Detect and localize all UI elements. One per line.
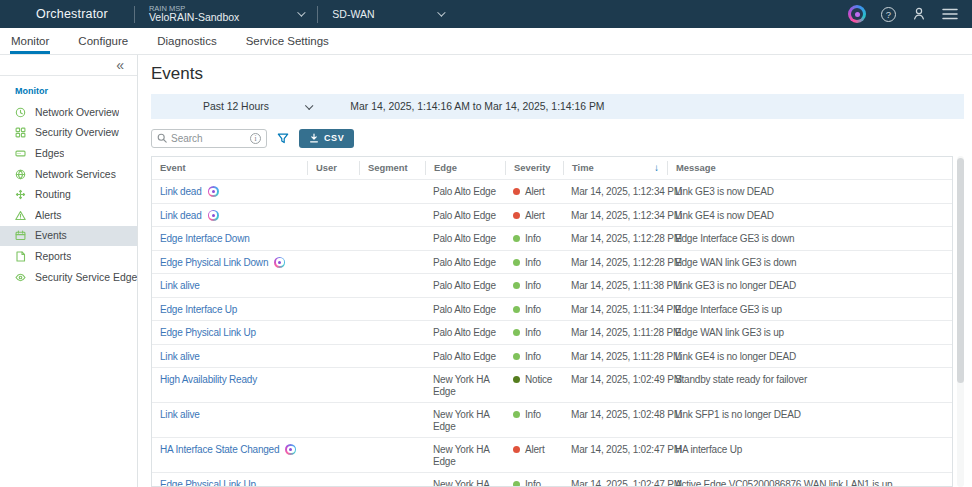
severity-dot: [513, 353, 520, 360]
edge-cell: Palo Alto Edge: [425, 180, 505, 203]
sidebar-item-label: Events: [35, 230, 67, 241]
orchestrator-app: Orchestrator RAIN MSP VeloRAIN-Sandbox S…: [0, 0, 972, 487]
table-row[interactable]: High Availability ReadyNew York HA EdgeN…: [152, 367, 952, 402]
table-row[interactable]: Edge Physical Link UpNew York HA EdgeInf…: [152, 472, 952, 487]
event-link[interactable]: Edge Physical Link Up: [160, 327, 256, 339]
table-row[interactable]: Edge Physical Link UpPalo Alto EdgeInfoM…: [152, 320, 952, 344]
table-row[interactable]: Edge Interface DownPalo Alto EdgeInfoMar…: [152, 226, 952, 250]
menu-icon[interactable]: [942, 8, 958, 20]
segment-cell: [359, 368, 425, 402]
service-selector[interactable]: SD-WAN: [332, 8, 442, 20]
filter-funnel-icon[interactable]: [277, 133, 289, 144]
event-link[interactable]: Link dead: [160, 210, 202, 222]
chevron-down-icon[interactable]: [305, 101, 313, 109]
sidebar-item-network-services[interactable]: Network Services: [0, 164, 137, 185]
table-row[interactable]: Link deadPalo Alto EdgeAlertMar 14, 2025…: [152, 179, 952, 203]
sidebar-item-routing[interactable]: Routing: [0, 184, 137, 205]
tab-monitor[interactable]: Monitor: [10, 28, 50, 54]
ai-insight-icon[interactable]: [285, 444, 296, 455]
event-link[interactable]: Edge Physical Link Down: [160, 257, 268, 269]
event-link[interactable]: HA Interface State Changed: [160, 444, 279, 456]
sidebar-item-alerts[interactable]: Alerts: [0, 205, 137, 226]
message-cell: Link GE3 is now DEAD: [667, 180, 952, 203]
severity-label: Info: [525, 304, 541, 316]
column-header-event[interactable]: Event: [152, 161, 307, 175]
help-icon[interactable]: ?: [881, 7, 896, 22]
edge-cell: Palo Alto Edge: [425, 227, 505, 250]
column-header-edge[interactable]: Edge: [425, 161, 505, 175]
enterprise-selector[interactable]: RAIN MSP VeloRAIN-Sandbox: [149, 5, 303, 24]
table-row[interactable]: Link alivePalo Alto EdgeInfoMar 14, 2025…: [152, 273, 952, 297]
message-cell: Edge Interface GE3 is up: [667, 298, 952, 321]
tab-service-settings[interactable]: Service Settings: [245, 28, 330, 54]
event-cell: HA Interface State Changed: [152, 438, 307, 472]
message-cell: Link SFP1 is no longer DEAD: [667, 403, 952, 437]
event-link[interactable]: Link alive: [160, 409, 200, 421]
sidebar-item-events[interactable]: Events: [0, 226, 137, 247]
search-input[interactable]: [171, 133, 250, 144]
tab-diagnostics[interactable]: Diagnostics: [156, 28, 217, 54]
severity-label: Info: [525, 479, 541, 487]
sidebar-item-security-overview[interactable]: Security Overview: [0, 123, 137, 144]
sort-descending-icon[interactable]: ↓: [654, 161, 659, 175]
column-header-segment[interactable]: Segment: [359, 161, 425, 175]
time-range-dropdown[interactable]: Past 12 Hours: [203, 101, 269, 112]
column-header-time[interactable]: Time↓: [563, 161, 667, 175]
search-info-icon[interactable]: i: [250, 133, 261, 144]
search-box[interactable]: i: [151, 129, 267, 148]
column-header-label: Severity: [514, 161, 550, 175]
event-cell: Edge Interface Up: [152, 298, 307, 321]
edge-cell: Palo Alto Edge: [425, 204, 505, 227]
table-scrollbar[interactable]: [957, 156, 964, 487]
table-row[interactable]: Edge Physical Link DownPalo Alto EdgeInf…: [152, 250, 952, 274]
ai-assistant-icon[interactable]: [848, 5, 866, 23]
sidebar-item-label: Edges: [35, 148, 64, 159]
table-row[interactable]: Link alivePalo Alto EdgeInfoMar 14, 2025…: [152, 344, 952, 368]
ai-insight-icon[interactable]: [208, 210, 219, 221]
service-name: SD-WAN: [332, 8, 374, 20]
table-row[interactable]: Link aliveNew York HA EdgeInfoMar 14, 20…: [152, 402, 952, 437]
severity-label: Notice: [525, 374, 552, 386]
column-header-message[interactable]: Message: [667, 161, 952, 175]
table-row[interactable]: Edge Interface UpPalo Alto EdgeInfoMar 1…: [152, 297, 952, 321]
time-cell: Mar 14, 2025, 1:12:34 PM: [563, 204, 667, 227]
brand-title: Orchestrator: [36, 7, 108, 21]
event-cell: Link dead: [152, 180, 307, 203]
scrollbar-thumb[interactable]: [957, 158, 964, 383]
sidebar-item-reports[interactable]: Reports: [0, 246, 137, 267]
user-cell: [307, 368, 359, 402]
table-row[interactable]: Link deadPalo Alto EdgeAlertMar 14, 2025…: [152, 203, 952, 227]
column-header-user[interactable]: User: [307, 161, 359, 175]
table-row[interactable]: HA Interface State ChangedNew York HA Ed…: [152, 437, 952, 472]
search-icon: [157, 133, 167, 143]
event-link[interactable]: High Availability Ready: [160, 374, 257, 386]
severity-label: Info: [525, 327, 541, 339]
ai-insight-icon[interactable]: [208, 186, 219, 197]
column-header-severity[interactable]: Severity: [505, 161, 563, 175]
column-header-label: Segment: [368, 161, 408, 175]
event-link[interactable]: Edge Interface Up: [160, 304, 237, 316]
csv-export-button[interactable]: CSV: [299, 129, 354, 148]
severity-cell: Info: [505, 274, 563, 297]
severity-cell: Info: [505, 345, 563, 368]
message-cell: Standby state ready for failover: [667, 368, 952, 402]
column-header-label: Event: [160, 161, 186, 175]
segment-cell: [359, 204, 425, 227]
sidebar-item-security-service-edge-s[interactable]: Security Service Edge (S...: [0, 267, 137, 288]
main-content: Events Past 12 Hours Mar 14, 2025, 1:14:…: [138, 55, 972, 487]
event-link[interactable]: Edge Interface Down: [160, 233, 250, 245]
event-link[interactable]: Link dead: [160, 186, 202, 198]
user-icon[interactable]: [911, 6, 927, 22]
event-link[interactable]: Edge Physical Link Up: [160, 479, 256, 487]
sidebar-item-edges[interactable]: Edges: [0, 143, 137, 164]
event-link[interactable]: Link alive: [160, 351, 200, 363]
collapse-sidebar-icon[interactable]: «: [116, 58, 124, 72]
chevron-down-icon: [437, 8, 445, 16]
tab-configure[interactable]: Configure: [77, 28, 129, 54]
ai-insight-icon[interactable]: [274, 257, 285, 268]
csv-button-label: CSV: [324, 133, 344, 143]
sidebar-item-network-overview[interactable]: Network Overview: [0, 102, 137, 123]
event-link[interactable]: Link alive: [160, 280, 200, 292]
time-cell: Mar 14, 2025, 1:11:28 PM: [563, 345, 667, 368]
routing-icon: [15, 189, 26, 200]
